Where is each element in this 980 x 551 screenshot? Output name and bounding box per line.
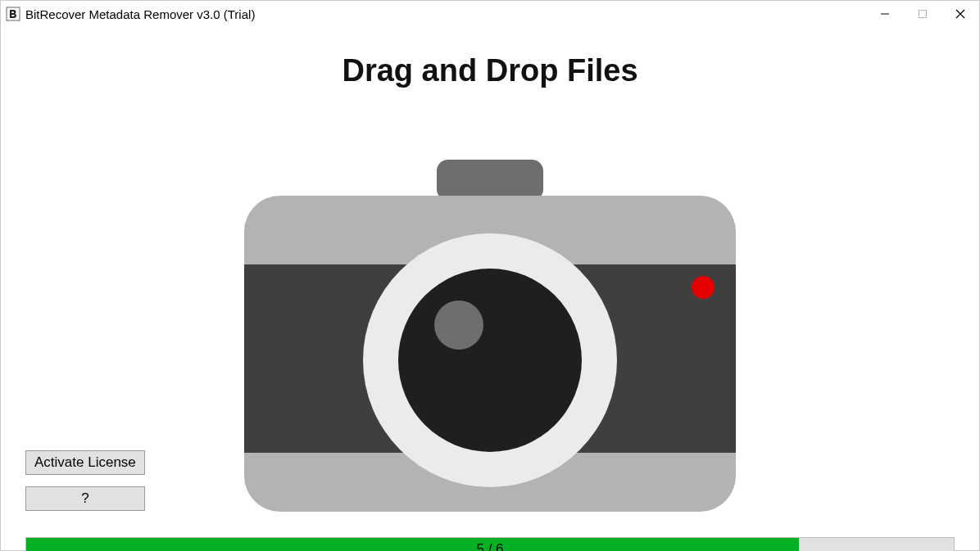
svg-point-10: [398, 269, 582, 452]
camera-icon: [244, 160, 736, 512]
app-logo-icon: [6, 7, 20, 21]
app-window: BitRecover Metadata Remover v3.0 (Trial)…: [0, 0, 980, 551]
progress-label: 5 / 6: [26, 541, 954, 551]
progress-track: 5 / 6: [25, 537, 955, 551]
left-button-group: Activate License ?: [25, 450, 145, 511]
svg-rect-5: [437, 160, 543, 201]
close-button[interactable]: [941, 1, 979, 27]
page-title: Drag and Drop Files: [1, 53, 979, 88]
window-controls: [866, 1, 979, 27]
svg-point-8: [692, 276, 715, 299]
drop-zone[interactable]: [244, 160, 736, 512]
window-title: BitRecover Metadata Remover v3.0 (Trial): [25, 7, 255, 21]
help-button[interactable]: ?: [25, 486, 145, 511]
svg-point-11: [434, 300, 483, 350]
titlebar: BitRecover Metadata Remover v3.0 (Trial): [1, 1, 979, 27]
maximize-button: [904, 1, 941, 27]
activate-license-button[interactable]: Activate License: [25, 450, 145, 475]
svg-rect-2: [919, 11, 927, 18]
progress-bar: 5 / 6: [25, 537, 955, 551]
content-area: Drag and Drop Files Activate License: [1, 53, 979, 551]
minimize-button[interactable]: [866, 1, 904, 27]
